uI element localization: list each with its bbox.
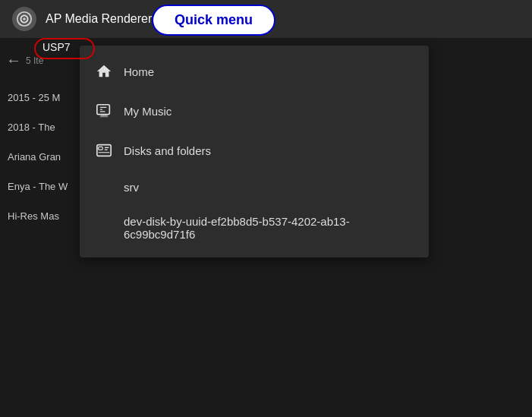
list-item[interactable]: Hi-Res Mas	[0, 201, 83, 231]
menu-item-disks-label: Disks and folders	[124, 144, 211, 157]
app-icon	[12, 7, 36, 31]
usp-label[interactable]: USP7	[42, 41, 71, 53]
dropdown-menu: Home My Music Disks and folders srv dev-…	[80, 46, 429, 257]
svg-rect-4	[99, 147, 103, 150]
menu-item-disks-folders[interactable]: Disks and folders	[80, 131, 429, 170]
menu-item-home[interactable]: Home	[80, 52, 429, 91]
back-arrow-icon[interactable]: ←	[6, 52, 21, 69]
quick-menu-balloon: Quick menu	[152, 5, 275, 36]
quick-menu-label: Quick menu	[175, 12, 253, 27]
list-item[interactable]: Enya - The W	[0, 172, 83, 201]
music-icon	[95, 102, 113, 120]
menu-item-my-music[interactable]: My Music	[80, 91, 429, 131]
menu-item-my-music-label: My Music	[124, 105, 172, 118]
disk-icon	[95, 141, 113, 160]
list-item[interactable]: Ariana Gran	[0, 142, 83, 172]
app-title: AP Media Renderer	[46, 12, 520, 26]
menu-item-srv[interactable]: srv	[80, 170, 429, 204]
sidebar-list: 2015 - 25 M 2018 - The Ariana Gran Enya …	[0, 83, 83, 231]
sidebar: ← 5 Ite 2015 - 25 M 2018 - The Ariana Gr…	[0, 38, 83, 417]
svg-point-1	[23, 17, 26, 21]
svg-rect-2	[97, 105, 109, 115]
home-icon	[95, 62, 113, 81]
list-item[interactable]: 2018 - The	[0, 112, 83, 142]
menu-item-home-label: Home	[124, 65, 154, 78]
list-item[interactable]: 2015 - 25 M	[0, 83, 83, 112]
menu-item-dev-disk[interactable]: dev-disk-by-uuid-ef2bb8d5-b537-4202-ab13…	[80, 204, 429, 251]
